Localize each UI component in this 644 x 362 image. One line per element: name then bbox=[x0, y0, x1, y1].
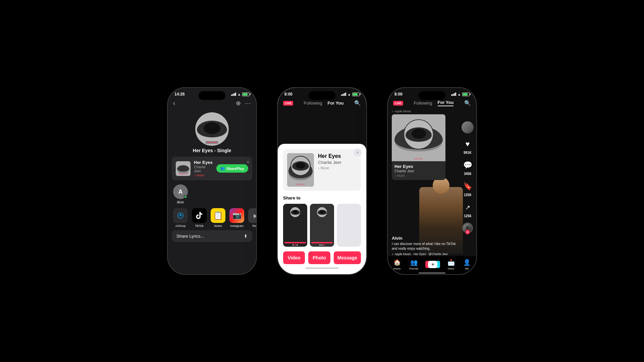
app-notes[interactable]: 📋 Notes bbox=[209, 208, 227, 228]
contact-alvin[interactable]: A Alvin bbox=[173, 184, 188, 204]
close-share-card[interactable]: × bbox=[247, 159, 250, 165]
video-button[interactable]: Video bbox=[283, 251, 305, 264]
apple-music-label: Apple Music bbox=[395, 110, 411, 113]
like-count: 991K bbox=[464, 151, 472, 155]
phone-2: 8:00 ▲ bbox=[277, 87, 367, 275]
friends-label: Friends bbox=[409, 267, 418, 270]
battery-2 bbox=[352, 93, 360, 96]
p3-nav-tabs: Following For You bbox=[414, 100, 454, 106]
tab-following-2[interactable]: Following bbox=[304, 101, 322, 106]
p2-apple-badge: ♪ Music bbox=[318, 166, 357, 170]
nav-add[interactable]: + bbox=[427, 261, 439, 268]
music-icon-p3: ♪ bbox=[392, 110, 393, 113]
circle-eye-p2 bbox=[291, 157, 310, 175]
app-instagram[interactable]: 📷 Instagram bbox=[228, 208, 246, 228]
share-action[interactable]: ↗ 1256 bbox=[462, 201, 474, 218]
like-action[interactable]: ♥ 991K bbox=[462, 138, 474, 155]
more-app-icon: ▶ bbox=[248, 208, 256, 223]
dynamic-island-3 bbox=[419, 91, 445, 100]
live-badge-2: LIVE bbox=[283, 101, 293, 106]
status-icons-2: ▲ bbox=[341, 93, 360, 96]
app-airdrop[interactable]: AirDrop bbox=[172, 208, 189, 228]
airdrop-icon bbox=[173, 208, 188, 223]
platform-label-1: Music bbox=[197, 174, 205, 177]
eye-artwork-circle-1: HER EYES bbox=[195, 112, 229, 146]
nav-icons: ⊕ ⋯ bbox=[236, 100, 251, 107]
eye-artwork-p3: HER EYES bbox=[392, 114, 445, 161]
tab-foryou-2[interactable]: For You bbox=[328, 101, 344, 106]
search-icon-3[interactable]: 🔍 bbox=[464, 100, 471, 106]
share-lyrics-row[interactable]: Share Lyrics... ⬆ bbox=[172, 230, 252, 242]
p2-song-artist: Charlie Jeer bbox=[318, 160, 357, 165]
p2-song-name: Her Eyes bbox=[318, 153, 357, 159]
p3-bottom-nav: 🏠 Home 👥 Friends + 📩 Inbox bbox=[388, 256, 476, 274]
home-icon: 🏠 bbox=[393, 259, 401, 266]
tab-following-3[interactable]: Following bbox=[414, 101, 432, 106]
me-label: Me bbox=[465, 267, 469, 270]
bookmark-action[interactable]: 🔖 1256 bbox=[462, 180, 474, 197]
preview-video-2[interactable] bbox=[310, 204, 334, 247]
photo-button[interactable]: Photo bbox=[308, 251, 330, 264]
share-icon-3: ↗ bbox=[462, 201, 474, 214]
apple-music-badge-1: ♪ Music bbox=[194, 174, 213, 177]
app-tiktok[interactable]: TikTok bbox=[191, 208, 208, 228]
nav-me[interactable]: 👤 Me bbox=[463, 259, 471, 270]
home-label: Home bbox=[393, 267, 400, 270]
friends-icon: 👥 bbox=[410, 259, 418, 266]
music-icon-p2: ♪ bbox=[318, 166, 320, 170]
music-tag-icon: ♪ bbox=[392, 252, 393, 256]
tab-foryou-3[interactable]: For You bbox=[438, 100, 454, 106]
add-icon[interactable]: ⊕ bbox=[236, 100, 241, 107]
instagram-app-icon: 📷 bbox=[229, 208, 244, 223]
p3-bottom-info: Alvin I can discover more of what I like… bbox=[392, 236, 456, 256]
preview-video-dark[interactable] bbox=[283, 204, 307, 247]
music-note-icon: ♪ bbox=[194, 174, 196, 177]
dynamic-island-2 bbox=[309, 91, 335, 100]
user-avatar-action[interactable]: + bbox=[462, 121, 474, 133]
shareplay-button[interactable]: 👥 SharePlay bbox=[216, 164, 248, 173]
time-3: 8:00 bbox=[394, 92, 402, 97]
instagram-label: Instagram bbox=[230, 224, 244, 228]
p3-album-art: HER EYES bbox=[392, 114, 445, 161]
close-modal-button[interactable]: × bbox=[354, 148, 362, 157]
add-button-nav[interactable]: + bbox=[427, 261, 439, 268]
inbox-icon: 📩 bbox=[447, 259, 455, 266]
nav-home[interactable]: 🏠 Home bbox=[393, 259, 401, 270]
p3-username: Alvin bbox=[392, 236, 456, 241]
back-button[interactable]: ‹ bbox=[173, 99, 175, 107]
p3-music-tag: ♪ Apple Music · Her Eyes · @Charlie Jeer bbox=[392, 252, 456, 256]
bookmark-icon: 🔖 bbox=[462, 180, 474, 192]
more-icon[interactable]: ⋯ bbox=[245, 100, 251, 107]
p3-album-card[interactable]: HER EYES Her Eyes Charlie Jeer ♪ Music bbox=[392, 114, 445, 180]
contact-name-alvin: Alvin bbox=[177, 200, 184, 204]
comment-action[interactable]: 💬 3456 bbox=[462, 159, 474, 176]
follow-plus: + bbox=[465, 229, 470, 235]
time-2: 8:00 bbox=[284, 92, 292, 97]
share-lyrics-icon: ⬆ bbox=[244, 234, 248, 239]
home-indicator-2 bbox=[305, 267, 339, 269]
preview-photo-light[interactable] bbox=[337, 204, 361, 247]
me-icon: 👤 bbox=[463, 259, 471, 266]
tiktok-label: TikTok bbox=[195, 224, 204, 228]
search-icon-2[interactable]: 🔍 bbox=[354, 100, 361, 106]
p3-caption: I can discover more of what I like on Ti… bbox=[392, 242, 456, 251]
app-more[interactable]: ▶ Re... bbox=[247, 208, 256, 228]
p3-song-artist: Charlie Jeer bbox=[394, 169, 443, 173]
airdrop-label: AirDrop bbox=[175, 224, 186, 228]
eye-artwork-small-1: HER EYES bbox=[176, 161, 191, 176]
music-tag-text: Apple Music · Her Eyes · @Charlie Jeer bbox=[395, 252, 448, 256]
contact-avatar-alvin: A bbox=[173, 184, 188, 199]
nav-inbox[interactable]: 📩 Inbox bbox=[447, 259, 455, 270]
share-card: HER EYES Her Eyes Charlie Jeer ♪ Music 👥 bbox=[172, 157, 252, 180]
platform-label-p2: Music bbox=[321, 166, 329, 170]
p2-share-modal: × HER EYES bbox=[278, 144, 366, 274]
shareplay-label: SharePlay bbox=[226, 167, 244, 171]
dynamic-island bbox=[199, 91, 225, 100]
comment-icon: 💬 bbox=[462, 159, 474, 171]
message-button[interactable]: Message bbox=[334, 251, 361, 264]
contact-initial: A bbox=[178, 188, 183, 195]
p3-side-actions: + ♥ 991K 💬 3456 🔖 1256 ↗ bbox=[462, 121, 474, 233]
wifi-icon-3: ▲ bbox=[458, 93, 461, 96]
share-lyrics-label: Share Lyrics... bbox=[176, 234, 204, 239]
nav-friends[interactable]: 👥 Friends bbox=[409, 259, 418, 270]
